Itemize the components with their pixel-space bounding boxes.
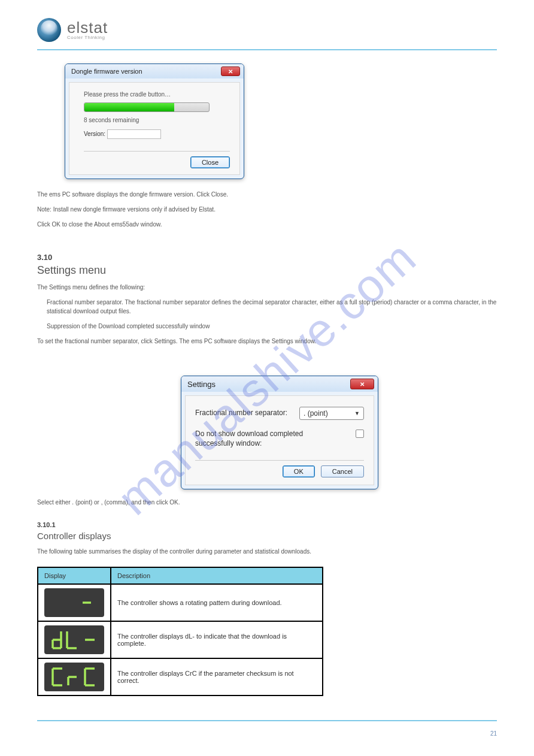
suppress-label: Do not show download completed successfu… bbox=[195, 430, 315, 448]
lcd-display bbox=[44, 588, 104, 617]
page-number: 21 bbox=[490, 730, 497, 737]
table-header: Description bbox=[111, 567, 323, 584]
firmware-dialog: Dongle firmware version ✕ Please press t… bbox=[65, 63, 244, 179]
logo-icon bbox=[37, 18, 61, 42]
body-text: Click OK to close the About ems55adv win… bbox=[37, 220, 497, 229]
table-cell: The controller displays dL- to indicate … bbox=[111, 621, 323, 658]
separator-select[interactable]: . (point) ▼ bbox=[299, 407, 364, 420]
dialog-title: Settings bbox=[187, 380, 216, 389]
ok-button[interactable]: OK bbox=[283, 465, 315, 477]
brand-name: elstat bbox=[67, 20, 108, 35]
bullet-text: Fractional number separator. The fractio… bbox=[37, 298, 497, 316]
body-text: The ems PC software displays the dongle … bbox=[37, 190, 497, 199]
display-table: Display Description The controller shows… bbox=[37, 567, 323, 696]
section-title: Settings menu bbox=[37, 264, 497, 277]
body-text: The following table summarises the displ… bbox=[37, 547, 497, 556]
separator-label: Fractional number separator: bbox=[195, 409, 287, 418]
select-value: . (point) bbox=[304, 409, 328, 418]
close-button[interactable]: Close bbox=[190, 156, 230, 168]
dialog-titlebar: Dongle firmware version ✕ bbox=[65, 64, 244, 78]
version-label: Version: bbox=[84, 131, 105, 137]
table-cell: The controller shows a rotating pattern … bbox=[111, 584, 323, 621]
remaining-text: 8 seconds remaining bbox=[84, 116, 230, 125]
table-row: The controller shows a rotating pattern … bbox=[38, 584, 323, 621]
table-row: The controller displays CrC if the param… bbox=[38, 658, 323, 695]
body-text: To set the fractional number separator, … bbox=[37, 337, 497, 346]
section-number: 3.10 bbox=[37, 253, 497, 262]
body-note: Note: Install new dongle firmware versio… bbox=[37, 205, 497, 214]
suppress-row: Do not show download completed successfu… bbox=[195, 430, 364, 448]
header-rule bbox=[37, 49, 497, 50]
footer-rule bbox=[37, 720, 497, 721]
logo-text: elstat Cooler Thinking bbox=[67, 20, 108, 40]
bullet-text: Suppression of the Download completed su… bbox=[37, 322, 497, 331]
page-header: elstat Cooler Thinking bbox=[37, 18, 497, 49]
table-cell: The controller displays CrC if the param… bbox=[111, 658, 323, 695]
table-row: The controller displays dL- to indicate … bbox=[38, 621, 323, 658]
version-field[interactable] bbox=[107, 129, 161, 139]
body-text: The Settings menu defines the following: bbox=[37, 283, 497, 292]
close-icon[interactable]: ✕ bbox=[350, 379, 374, 389]
lcd-display bbox=[44, 663, 104, 691]
brand-tagline: Cooler Thinking bbox=[67, 35, 108, 40]
settings-dialog: Settings ✕ Fractional number separator: … bbox=[181, 376, 378, 489]
body-text: Select either . (point) or , (comma), an… bbox=[37, 498, 497, 507]
chevron-down-icon: ▼ bbox=[354, 410, 360, 416]
table-header: Display bbox=[38, 567, 111, 584]
dialog-titlebar: Settings ✕ bbox=[181, 376, 378, 392]
subsection-number: 3.10.1 bbox=[37, 521, 497, 528]
separator-row: Fractional number separator: . (point) ▼ bbox=[195, 407, 364, 420]
progress-bar bbox=[84, 102, 210, 112]
lcd-display bbox=[44, 625, 104, 654]
dialog-title: Dongle firmware version bbox=[71, 68, 142, 75]
version-row: Version: bbox=[84, 129, 230, 139]
subsection-title: Controller displays bbox=[37, 531, 497, 541]
close-icon[interactable]: ✕ bbox=[221, 66, 240, 76]
progress-fill bbox=[84, 103, 174, 111]
instruction-text: Please press the cradle button… bbox=[84, 90, 230, 99]
suppress-checkbox[interactable] bbox=[356, 430, 364, 438]
cancel-button[interactable]: Cancel bbox=[321, 465, 364, 477]
